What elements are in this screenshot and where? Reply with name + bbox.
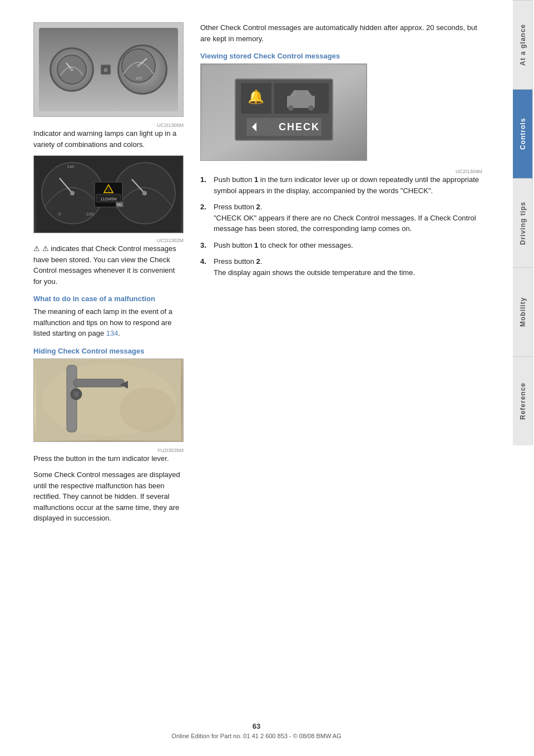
footer-text: Online Edition for Part no. 01 41 2 600 … — [171, 733, 341, 739]
hiding-heading: Hiding Check Control messages — [33, 347, 184, 355]
svg-text:CHECK: CHECK — [278, 121, 319, 132]
svg-text:M1: M1 — [117, 203, 122, 207]
svg-text:220: 220 — [86, 212, 94, 217]
hiding-text2: Some Check Control messages are displaye… — [33, 469, 184, 524]
svg-text:140: 140 — [67, 164, 75, 169]
dashboard-image-2: 0 140 220 ! — [33, 155, 184, 233]
svg-text:140: 140 — [135, 76, 142, 80]
sidebar-tab-mobility[interactable]: Mobility — [513, 267, 533, 356]
lever-image — [33, 359, 184, 442]
viewing-heading: Viewing stored Check Control messages — [200, 52, 482, 60]
speedometer-svg: 0 140 220 ! — [36, 157, 181, 232]
warning-text: ⚠ ⚠ indicates that Check Control message… — [33, 243, 184, 287]
right-column: Other Check Control messages are automat… — [200, 22, 482, 529]
malfunction-text: The meaning of each lamp in the event of… — [33, 306, 184, 339]
left-column: ⚙ 140 — [33, 22, 184, 529]
page-134-link[interactable]: 134 — [106, 329, 118, 337]
gauge-left — [50, 47, 94, 92]
img3-caption: YU2I3535M — [33, 448, 184, 453]
svg-point-33 — [120, 387, 175, 432]
svg-point-18 — [142, 191, 147, 195]
step-3-text: Push button 1 to check for other message… — [214, 240, 353, 251]
sidebar-tab-driving-tips[interactable]: Driving tips — [513, 178, 533, 267]
warning-symbol: ⚠ — [33, 244, 40, 253]
gauge-right: 140 — [117, 45, 167, 95]
svg-point-41 — [288, 105, 294, 111]
svg-text:🔔: 🔔 — [248, 89, 264, 105]
hiding-text1: Press the button in the turn indicator l… — [33, 453, 184, 464]
step-2-text: Press button 2."CHECK OK" appears if the… — [214, 202, 482, 234]
svg-rect-29 — [74, 379, 124, 387]
img2-caption: UC2I1302M — [33, 238, 184, 243]
dashboard-image-1: ⚙ 140 — [33, 22, 184, 117]
step-4-num: 4. — [200, 256, 209, 278]
step-1-text: Push button 1 in the turn indicator leve… — [214, 174, 482, 196]
svg-point-2 — [70, 68, 73, 71]
step-4-text: Press button 2.The display again shows t… — [214, 256, 415, 278]
sidebar-tab-at-a-glance[interactable]: At a glance — [513, 0, 533, 89]
step-1-num: 1. — [200, 174, 209, 196]
check-img-caption: UC2I1304M — [200, 169, 482, 174]
svg-text:112345M: 112345M — [100, 197, 116, 201]
svg-point-7 — [137, 64, 140, 67]
step-1: 1. Push button 1 in the turn indicator l… — [200, 174, 482, 196]
lever-svg — [36, 360, 181, 440]
check-ctrl-svg: 🔔 — [202, 65, 366, 160]
step-3: 3. Push button 1 to check for other mess… — [200, 240, 482, 251]
step-4: 4. Press button 2.The display again show… — [200, 256, 482, 278]
svg-text:0: 0 — [58, 212, 61, 217]
intro-text: Other Check Control messages are automat… — [200, 22, 482, 44]
sidebar-tab-controls[interactable]: Controls — [513, 89, 533, 178]
center-indicator: ⚙ — [100, 63, 112, 76]
check-control-image: 🔔 — [200, 63, 367, 161]
page-number: 63 — [253, 722, 260, 730]
svg-point-42 — [308, 105, 314, 111]
svg-text:⚙: ⚙ — [103, 67, 108, 73]
sidebar: At a glance Controls Driving tips Mobili… — [513, 0, 534, 756]
sidebar-tab-reference[interactable]: Reference — [513, 356, 533, 445]
img1-caption: UC2I1300M — [33, 122, 184, 128]
step-2: 2. Press button 2."CHECK OK" appears if … — [200, 202, 482, 234]
steps-list: 1. Push button 1 in the turn indicator l… — [200, 174, 482, 278]
svg-text:!: ! — [108, 188, 109, 192]
step-3-num: 3. — [200, 240, 209, 251]
img1-description: Indicator and warning lamps can light up… — [33, 128, 184, 150]
malfunction-heading: What to do in case of a malfunction — [33, 294, 184, 303]
step-2-num: 2. — [200, 202, 209, 234]
page-footer: 63 Online Edition for Part no. 01 41 2 6… — [0, 722, 513, 739]
svg-point-12 — [70, 191, 75, 195]
svg-point-31 — [73, 391, 79, 397]
